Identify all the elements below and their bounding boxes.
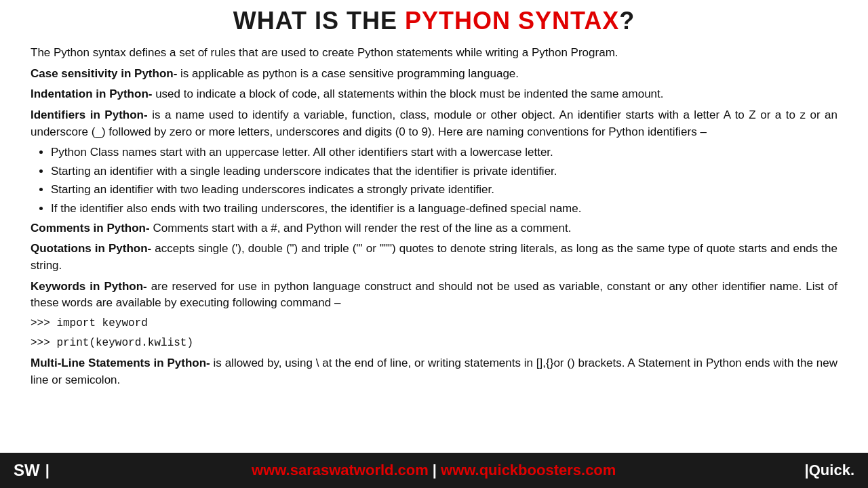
case-bold: Case sensitivity in Python- [31, 67, 177, 80]
bullet-list: Python Class names start with an upperca… [51, 144, 837, 218]
content-area: The Python syntax defines a set of rules… [31, 45, 837, 389]
comments-rest: Comments start with a #, and Python will… [150, 222, 572, 235]
keywords-bold: Keywords in Python- [31, 280, 147, 293]
keywords-paragraph: Keywords in Python- are reserved for use… [31, 279, 837, 312]
title-prefix: WHAT IS THE [233, 7, 405, 35]
title-highlight: PYTHON SYNTAX [405, 7, 619, 35]
indent-bold: Indentation in Python- [31, 87, 152, 100]
footer-right-text: |Quick. [805, 462, 854, 479]
keywords-rest: are reserved for use in python language … [31, 280, 837, 310]
ident-bold: Identifiers in Python- [31, 108, 148, 121]
footer-links: www.saraswatworld.com | www.quickbooster… [63, 462, 805, 479]
comments-bold: Comments in Python- [31, 222, 150, 235]
footer-sw-label: SW [14, 461, 40, 480]
case-paragraph: Case sensitivity in Python- is applicabl… [31, 66, 837, 83]
list-item: Starting an identifier with a single lea… [51, 163, 837, 180]
multiline-paragraph: Multi-Line Statements in Python- is allo… [31, 355, 837, 388]
case-rest: is applicable as python is a case sensit… [177, 67, 519, 80]
title-suffix: ? [619, 7, 635, 35]
footer-link1[interactable]: www.saraswatworld.com [252, 462, 429, 479]
list-item: Starting an identifier with two leading … [51, 182, 837, 199]
code-line-2: >>> print(keyword.kwlist) [31, 336, 837, 351]
comments-paragraph: Comments in Python- Comments start with … [31, 220, 837, 237]
multiline-bold: Multi-Line Statements in Python- [31, 357, 210, 369]
quotes-bold: Quotations in Python- [31, 242, 151, 255]
code-line-1: >>> import keyword [31, 316, 837, 331]
ident-rest: is a name used to identify a variable, f… [31, 108, 837, 138]
list-item: If the identifier also ends with two tra… [51, 201, 837, 218]
ident-paragraph: Identifiers in Python- is a name used to… [31, 107, 837, 140]
intro-paragraph: The Python syntax defines a set of rules… [31, 45, 837, 62]
indent-paragraph: Indentation in Python- used to indicate … [31, 86, 837, 103]
footer: SW | www.saraswatworld.com | www.quickbo… [0, 453, 868, 488]
footer-link2[interactable]: www.quickboosters.com [441, 462, 616, 479]
intro-text: The Python syntax defines a set of rules… [31, 46, 618, 59]
list-item: Python Class names start with an upperca… [51, 144, 837, 161]
page-title: WHAT IS THE PYTHON SYNTAX? [31, 7, 837, 35]
quotes-rest: accepts single ('), double (") and tripl… [31, 242, 837, 272]
quotes-paragraph: Quotations in Python- accepts single (')… [31, 241, 837, 274]
main-content: WHAT IS THE PYTHON SYNTAX? The Python sy… [0, 0, 868, 453]
indent-rest: used to indicate a block of code, all st… [152, 87, 663, 100]
footer-pipe2: | [433, 462, 437, 479]
footer-pipe1: | [45, 462, 50, 479]
